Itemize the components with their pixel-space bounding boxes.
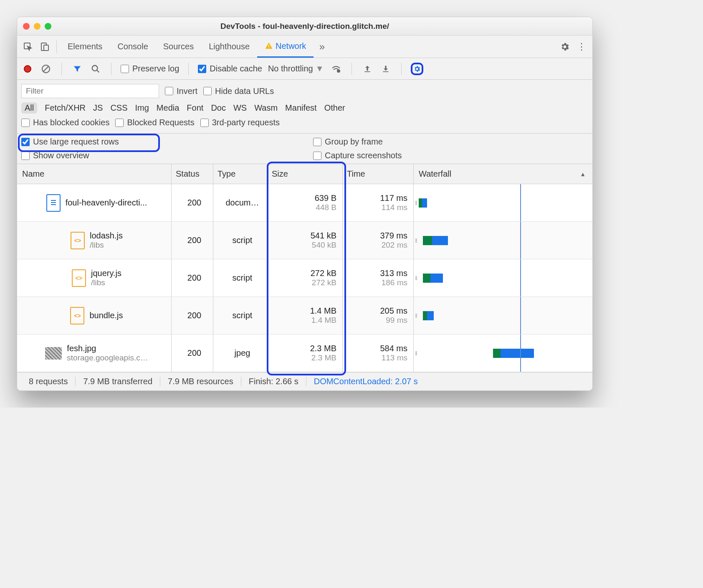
table-row[interactable]: fesh.jpg storage.googleapis.c… 200 jpeg … (17, 335, 592, 372)
network-conditions-icon[interactable] (330, 63, 342, 75)
request-size-uncompressed: 2.3 MB (268, 353, 336, 362)
request-status: 200 (187, 273, 201, 283)
request-size-uncompressed: 1.4 MB (268, 316, 336, 325)
script-file-icon: <> (70, 307, 84, 324)
request-size: 639 B (268, 193, 336, 203)
pill-css[interactable]: CSS (110, 103, 127, 113)
network-toolbar: Preserve log Disable cache No throttling… (17, 58, 592, 80)
request-type: jpeg (235, 348, 250, 358)
request-name: lodash.js (90, 231, 123, 241)
type-filter-pills: All Fetch/XHR JS CSS Img Media Font Doc … (21, 100, 588, 116)
request-status: 200 (187, 198, 201, 208)
panel-tabs: Elements Console Sources Lighthouse Netw… (17, 35, 592, 58)
sort-indicator-icon: ▲ (580, 171, 586, 177)
upload-har-icon[interactable] (361, 63, 374, 75)
table-row[interactable]: foul-heavenly-directi... 200 docum… 639 … (17, 184, 592, 222)
status-bar: 8 requests 7.9 MB transferred 7.9 MB res… (17, 372, 592, 390)
col-header-size[interactable]: Size (268, 164, 343, 184)
pill-ws[interactable]: WS (233, 103, 247, 113)
blocked-requests-checkbox[interactable]: Blocked Requests (115, 118, 194, 127)
waterfall-cell (414, 184, 592, 221)
table-row[interactable]: <> bundle.js 200 script 1.4 MB 1.4 MB 20… (17, 297, 592, 335)
col-header-status[interactable]: Status (172, 164, 213, 184)
request-name: bundle.js (89, 311, 123, 320)
request-path: /libs (91, 278, 121, 287)
titlebar: DevTools - foul-heavenly-direction.glitc… (17, 17, 592, 35)
col-header-type[interactable]: Type (213, 164, 268, 184)
filter-input[interactable] (21, 84, 159, 98)
window-title: DevTools - foul-heavenly-direction.glitc… (17, 22, 592, 31)
svg-point-9 (337, 70, 340, 72)
settings-icon[interactable] (556, 38, 573, 55)
waterfall-cell (414, 259, 592, 297)
download-har-icon[interactable] (379, 63, 392, 75)
kebab-menu-icon[interactable]: ⋮ (573, 38, 590, 55)
pill-img[interactable]: Img (135, 103, 149, 113)
request-size-uncompressed: 448 B (268, 203, 336, 212)
more-tabs-icon[interactable]: » (314, 38, 330, 55)
third-party-checkbox[interactable]: 3rd-party requests (200, 118, 280, 127)
search-icon[interactable] (89, 63, 102, 75)
request-path: storage.googleapis.c… (67, 353, 148, 362)
inspect-icon[interactable] (20, 38, 36, 55)
request-size-uncompressed: 272 kB (268, 278, 336, 287)
col-header-waterfall[interactable]: Waterfall ▲ (414, 164, 592, 184)
record-button[interactable] (21, 63, 34, 75)
col-header-name[interactable]: Name (17, 164, 172, 184)
large-rows-checkbox[interactable]: Use large request rows (21, 137, 296, 147)
tab-network[interactable]: Network (257, 35, 314, 58)
tab-lighthouse[interactable]: Lighthouse (201, 35, 257, 58)
preserve-log-checkbox[interactable]: Preserve log (121, 64, 179, 74)
table-row[interactable]: <> jquery.js /libs 200 script 272 kB 272… (17, 259, 592, 297)
disable-cache-checkbox[interactable]: Disable cache (198, 64, 262, 74)
pill-all[interactable]: All (21, 102, 37, 114)
network-settings-icon[interactable] (411, 63, 423, 75)
capture-screenshots-checkbox[interactable]: Capture screenshots (313, 151, 588, 160)
warning-icon (265, 42, 273, 50)
col-header-time[interactable]: Time (343, 164, 414, 184)
hide-data-urls-checkbox[interactable]: Hide data URLs (203, 86, 274, 96)
pill-doc[interactable]: Doc (211, 103, 226, 113)
request-type: docum… (225, 198, 259, 208)
devtools-window: DevTools - foul-heavenly-direction.glitc… (17, 17, 593, 391)
throttling-select[interactable]: No throttling ▼ (268, 64, 324, 74)
pill-media[interactable]: Media (157, 103, 179, 113)
request-time: 117 ms (343, 193, 407, 203)
tab-console[interactable]: Console (110, 35, 155, 58)
tab-elements[interactable]: Elements (60, 35, 110, 58)
request-type: script (233, 311, 253, 320)
device-toggle-icon[interactable] (36, 38, 53, 55)
svg-line-8 (97, 70, 99, 72)
pill-js[interactable]: JS (93, 103, 103, 113)
pill-wasm[interactable]: Wasm (254, 103, 278, 113)
tab-sources[interactable]: Sources (156, 35, 201, 58)
table-row[interactable]: <> lodash.js /libs 200 script 541 kB 540… (17, 222, 592, 259)
filter-toggle-icon[interactable] (71, 63, 83, 75)
group-by-frame-checkbox[interactable]: Group by frame (313, 137, 588, 147)
request-name: foul-heavenly-directi... (66, 198, 147, 208)
svg-line-6 (43, 66, 49, 72)
blocked-cookies-checkbox[interactable]: Has blocked cookies (21, 118, 109, 127)
pill-other[interactable]: Other (324, 103, 345, 113)
show-overview-checkbox[interactable]: Show overview (21, 151, 296, 160)
filter-bar: Invert Hide data URLs All Fetch/XHR JS C… (17, 80, 592, 134)
request-size: 272 kB (268, 269, 336, 278)
clear-icon[interactable] (40, 63, 52, 75)
waterfall-cell (414, 335, 592, 372)
request-rows: foul-heavenly-directi... 200 docum… 639 … (17, 184, 592, 372)
svg-rect-10 (364, 71, 370, 72)
request-latency: 186 ms (343, 278, 407, 287)
pill-fetch[interactable]: Fetch/XHR (45, 103, 86, 113)
svg-point-7 (92, 65, 98, 71)
request-time: 379 ms (343, 231, 407, 241)
status-dcl[interactable]: DOMContentLoaded: 2.07 s (306, 377, 425, 386)
image-file-icon (45, 347, 62, 360)
chevron-down-icon: ▼ (316, 64, 324, 74)
request-size: 2.3 MB (268, 344, 336, 353)
request-size: 1.4 MB (268, 306, 336, 316)
svg-rect-2 (44, 45, 48, 51)
pill-manifest[interactable]: Manifest (285, 103, 317, 113)
request-status: 200 (187, 236, 201, 245)
pill-font[interactable]: Font (187, 103, 203, 113)
invert-checkbox[interactable]: Invert (165, 86, 197, 96)
